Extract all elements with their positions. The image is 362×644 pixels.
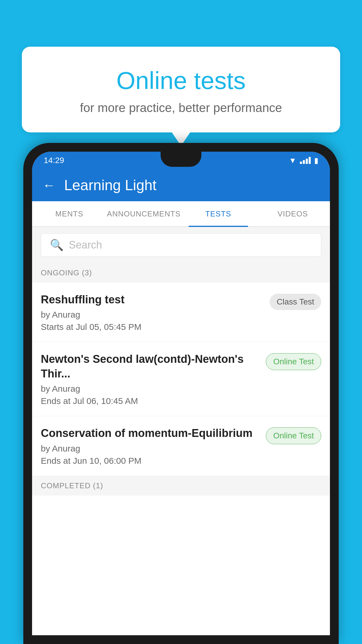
test-item-2[interactable]: Newton's Second law(contd)-Newton's Thir… — [32, 342, 330, 416]
test-list: Reshuffling test by Anurag Starts at Jul… — [32, 283, 330, 476]
test-info-1: Reshuffling test by Anurag Starts at Jul… — [41, 293, 264, 332]
test-author-3: by Anurag — [41, 444, 260, 454]
battery-icon: ▮ — [314, 156, 318, 165]
tab-tests[interactable]: TESTS — [181, 201, 256, 226]
notch — [161, 152, 201, 167]
promo-card: Online tests for more practice, better p… — [22, 47, 340, 132]
test-time-2: Ends at Jul 06, 10:45 AM — [41, 396, 260, 406]
signal-icon — [300, 157, 311, 164]
search-container: 🔍 Search — [32, 227, 330, 263]
app-title: Learning Light — [64, 177, 157, 194]
search-icon: 🔍 — [50, 239, 64, 251]
wifi-icon: ▼ — [289, 156, 296, 165]
test-badge-2: Online Test — [266, 353, 321, 370]
promo-subtitle: for more practice, better performance — [39, 101, 323, 115]
completed-title: COMPLETED (1) — [41, 481, 103, 490]
test-item-3[interactable]: Conservation of momentum-Equilibrium by … — [32, 416, 330, 476]
test-name-1: Reshuffling test — [41, 293, 264, 307]
tabs-bar: MENTS ANNOUNCEMENTS TESTS VIDEOS — [32, 201, 330, 227]
ongoing-title: ONGOING (3) — [41, 268, 92, 277]
test-time-3: Ends at Jun 10, 06:00 PM — [41, 456, 260, 466]
status-bar: 14:29 ▼ ▮ — [32, 152, 330, 169]
search-placeholder: Search — [69, 239, 102, 251]
search-bar[interactable]: 🔍 Search — [41, 233, 321, 257]
tab-videos[interactable]: VIDEOS — [256, 201, 330, 226]
test-info-2: Newton's Second law(contd)-Newton's Thir… — [41, 352, 260, 406]
status-icons: ▼ ▮ — [289, 156, 318, 165]
test-name-3: Conservation of momentum-Equilibrium — [41, 426, 260, 440]
back-button[interactable]: ← — [43, 178, 55, 192]
test-author-2: by Anurag — [41, 384, 260, 394]
test-time-1: Starts at Jul 05, 05:45 PM — [41, 322, 264, 332]
phone-frame: 14:29 ▼ ▮ ← Learning Light — [23, 143, 339, 644]
status-time: 14:29 — [44, 156, 64, 165]
tab-announcements[interactable]: ANNOUNCEMENTS — [107, 201, 181, 226]
phone-screen: 14:29 ▼ ▮ ← Learning Light — [32, 152, 330, 635]
test-badge-1: Class Test — [270, 294, 321, 310]
test-author-1: by Anurag — [41, 310, 264, 320]
test-name-2: Newton's Second law(contd)-Newton's Thir… — [41, 352, 260, 381]
test-badge-3: Online Test — [266, 427, 321, 444]
test-item-1[interactable]: Reshuffling test by Anurag Starts at Jul… — [32, 283, 330, 342]
test-info-3: Conservation of momentum-Equilibrium by … — [41, 426, 260, 466]
ongoing-section-header: ONGOING (3) — [32, 263, 330, 283]
app-bar: ← Learning Light — [32, 169, 330, 201]
completed-section-header: COMPLETED (1) — [32, 476, 330, 496]
promo-title: Online tests — [39, 67, 323, 94]
tab-ments[interactable]: MENTS — [32, 201, 107, 226]
